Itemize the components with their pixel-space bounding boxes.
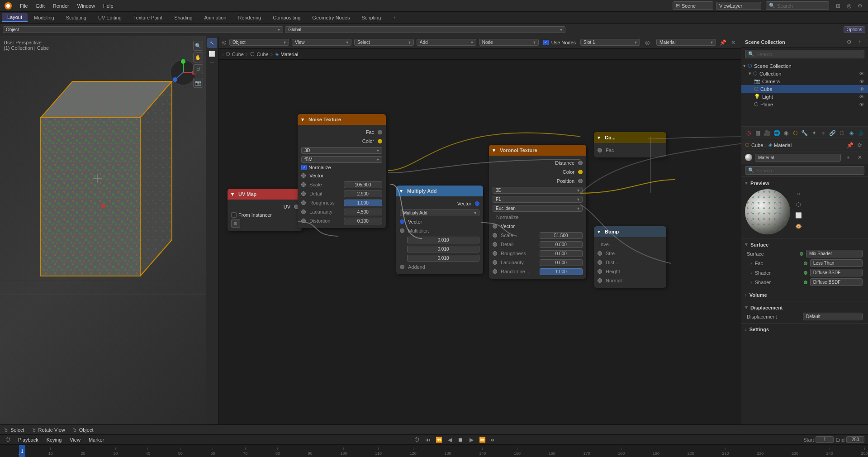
rotate-tool[interactable]: ↺: [193, 64, 203, 74]
mat-icon-view[interactable]: 🎥: [764, 129, 771, 138]
mat-icon-data[interactable]: ⬡: [838, 129, 846, 138]
tab-scripting[interactable]: Scripting: [356, 14, 386, 22]
mat-icon-scene[interactable]: 🌐: [773, 129, 781, 138]
multiply-val3-field[interactable]: 0.010: [407, 255, 479, 262]
node-color-partial[interactable]: ▾ Co... Fac: [594, 132, 666, 157]
mat-surface-value[interactable]: Mix Shader: [806, 250, 863, 257]
mat-icon-physics[interactable]: ⚛: [820, 129, 827, 138]
mat-volume-header[interactable]: › Volume: [741, 291, 868, 299]
noise-distortion-field[interactable]: 0.100: [344, 218, 383, 224]
tab-modeling[interactable]: Modeling: [28, 14, 60, 22]
timeline-icon[interactable]: ⏱: [4, 435, 13, 444]
use-nodes-cb[interactable]: ✓: [543, 40, 549, 45]
scene-selector[interactable]: ⊞ Scene: [673, 1, 713, 10]
mat-icon-object[interactable]: ⬡: [792, 129, 799, 138]
tab-compositing[interactable]: Compositing: [267, 14, 306, 22]
mat-icon-particles[interactable]: ✦: [810, 129, 818, 138]
ne-camera-icon[interactable]: ◎: [643, 38, 652, 47]
noise-type-row[interactable]: fBM ▾: [298, 155, 386, 164]
mat-surface-header[interactable]: ▾ Surface: [741, 240, 868, 249]
node-bump-partial[interactable]: ▾ Bump Inve... Stre... Dist... Height: [594, 226, 666, 288]
tl-play-back[interactable]: ◀: [445, 435, 454, 444]
tab-uv-editing[interactable]: UV Editing: [93, 14, 127, 22]
mat-fac-expand[interactable]: ›: [750, 261, 752, 266]
tl-step-fwd[interactable]: ⏩: [478, 435, 487, 444]
material-dropdown[interactable]: Material ▾: [656, 39, 716, 46]
mat-icon-output[interactable]: ▤: [754, 129, 762, 138]
mat-disp-value[interactable]: Default: [803, 313, 863, 320]
tab-layout[interactable]: Layout: [2, 13, 28, 22]
voronoi-detail-field[interactable]: 0.000: [540, 241, 583, 248]
tl-jump-end[interactable]: ⏭: [489, 435, 498, 444]
bc-cube1[interactable]: Cube: [232, 52, 244, 57]
voronoi-scale-field[interactable]: 51.500: [540, 232, 583, 239]
mat-shader2-value[interactable]: Diffuse BSDF: [810, 278, 863, 286]
multiply-type-dropdown[interactable]: Multiply Add ▾: [400, 209, 479, 216]
sphere-btn-cube[interactable]: ⬡: [794, 200, 803, 209]
tab-rendering[interactable]: Rendering: [232, 14, 266, 22]
noise-dim-dropdown[interactable]: 3D ▾: [301, 147, 382, 154]
sc-filter-icon[interactable]: ⚙: [844, 38, 854, 47]
mat-icon-material[interactable]: ◈: [848, 129, 855, 138]
noise-roughness-field[interactable]: 1.000: [344, 200, 383, 206]
tl-end-field[interactable]: 250: [846, 436, 864, 443]
icon-screen-layout[interactable]: ⊞: [834, 1, 843, 10]
voronoi-rand-field[interactable]: 1.000: [540, 268, 583, 275]
slot-dropdown[interactable]: Slot 1 ▾: [580, 39, 640, 46]
menu-render[interactable]: Render: [49, 2, 73, 10]
tab-texture-paint[interactable]: Texture Paint: [128, 14, 168, 22]
tl-play-fwd[interactable]: ▶: [467, 435, 476, 444]
mat-settings-header[interactable]: › Settings: [741, 325, 868, 333]
mat-icon-render[interactable]: ◎: [745, 129, 753, 138]
mat-icon-world[interactable]: ◉: [782, 129, 790, 138]
node-uv-map[interactable]: ▾ UV Map UV From Instancer ⊞: [228, 189, 302, 231]
ne-add-dropdown[interactable]: Add ▾: [417, 39, 476, 46]
voronoi-roughness-field[interactable]: 0.000: [540, 250, 583, 257]
sc-add-icon[interactable]: +: [855, 38, 864, 47]
mat-add-btn[interactable]: +: [844, 153, 853, 162]
scene-search[interactable]: 🔍 Search: [745, 50, 864, 58]
tree-collection[interactable]: ▾ ⬡ Collection 👁: [741, 70, 868, 77]
node-voronoi-texture[interactable]: ▾ Voronoi Texture Distance Color Positio…: [489, 145, 586, 279]
tab-animation[interactable]: Animation: [199, 14, 232, 22]
mat-fac-value[interactable]: Less Than: [810, 259, 863, 267]
tree-light[interactable]: 💡 Light 👁: [741, 93, 868, 100]
uv-icon[interactable]: ⊞: [231, 219, 240, 228]
mat-shader2-expand[interactable]: ›: [750, 280, 752, 285]
tl-keying[interactable]: Keying: [44, 437, 65, 443]
icon-settings[interactable]: ⚙: [855, 1, 864, 10]
voronoi-euclidean-row[interactable]: Euclidean ▾: [489, 204, 586, 213]
ne-tool-select[interactable]: ↖: [207, 38, 217, 48]
mat-pin-btn[interactable]: 📌: [845, 141, 854, 150]
tl-jump-start[interactable]: ⏮: [423, 435, 432, 444]
noise-lacunarity-field[interactable]: 4.500: [344, 209, 383, 215]
ne-view-dropdown[interactable]: View ▾: [292, 39, 351, 46]
mode-dropdown[interactable]: Object ▾: [3, 26, 283, 33]
noise-detail-field[interactable]: 2.900: [344, 190, 383, 197]
transform-dropdown[interactable]: Global ▾: [285, 26, 565, 33]
tl-marker[interactable]: Marker: [86, 437, 107, 443]
mat-icon-constraints[interactable]: 🔗: [829, 129, 836, 138]
ne-tool-box[interactable]: ⬜: [207, 49, 217, 59]
mat-shader1-expand[interactable]: ›: [750, 270, 752, 276]
menu-help[interactable]: Help: [100, 2, 117, 10]
mat-search[interactable]: 🔍 Search: [745, 166, 864, 175]
voronoi-lac-field[interactable]: 0.000: [540, 259, 583, 266]
icon-render[interactable]: ◎: [844, 1, 854, 10]
mat-name-field[interactable]: Material: [755, 154, 841, 162]
node-noise-texture[interactable]: ▾ Noise Texture Fac Color 3D ▾: [298, 114, 386, 228]
node-uv-collapse[interactable]: ▾: [231, 191, 234, 197]
pan-tool[interactable]: ✋: [193, 52, 203, 62]
node-multiply-collapse[interactable]: ▾: [400, 188, 403, 194]
viewlayer-selector[interactable]: ViewLayer: [716, 2, 761, 10]
menu-file[interactable]: File: [16, 2, 32, 10]
menu-window[interactable]: Window: [74, 2, 99, 10]
global-search[interactable]: 🔍 Search: [766, 1, 829, 10]
options-btn[interactable]: Options: [844, 26, 865, 33]
tab-sculpting[interactable]: Sculpting: [61, 14, 92, 22]
node-color-collapse[interactable]: ▾: [598, 135, 600, 141]
viewport-axes[interactable]: X Y Z: [170, 59, 197, 86]
noise-type-dropdown[interactable]: fBM ▾: [301, 156, 382, 163]
bc-material[interactable]: Material: [280, 52, 298, 57]
timeline-ruler[interactable]: 1 1 10 20 30 40 50 60 70 80 90 100 110 1…: [0, 445, 868, 457]
